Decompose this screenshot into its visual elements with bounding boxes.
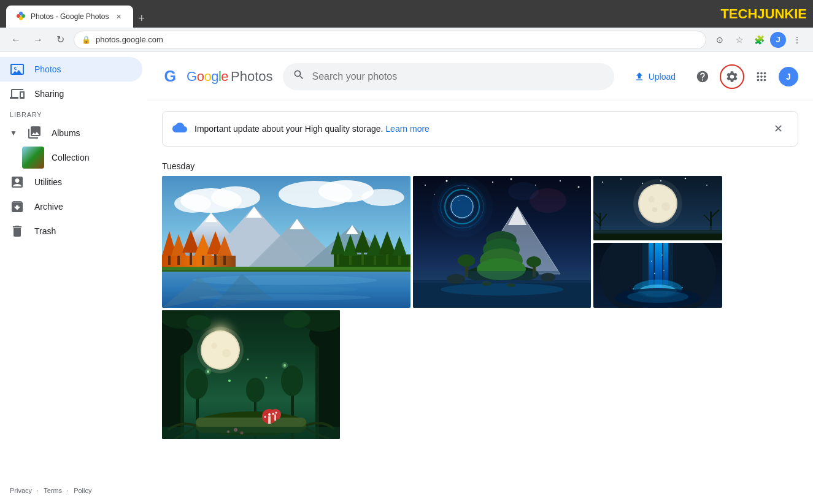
sidebar-footer: Privacy · Terms · Policy [0, 482, 147, 499]
refresh-button[interactable]: ↻ [52, 31, 69, 48]
user-avatar[interactable]: J [779, 67, 798, 86]
library-section-label: LIBRARY [0, 106, 147, 121]
svg-point-95 [602, 181, 603, 183]
svg-point-129 [633, 288, 634, 289]
photo-item-3[interactable] [593, 176, 722, 240]
svg-rect-115 [593, 226, 722, 234]
svg-point-179 [205, 368, 211, 375]
top-bar-actions: Upload J [624, 64, 798, 89]
policy-link[interactable]: Policy [74, 487, 91, 494]
active-tab[interactable]: Photos - Google Photos ✕ [6, 6, 133, 28]
photos-label: Photos [231, 69, 273, 85]
svg-point-9 [174, 194, 211, 213]
sidebar-archive-label: Archive [34, 202, 63, 212]
svg-point-176 [247, 359, 249, 361]
cloud-icon [172, 120, 187, 138]
svg-point-84 [526, 256, 541, 267]
svg-point-178 [228, 380, 231, 382]
svg-point-106 [633, 179, 682, 228]
extensions-button[interactable]: 🧩 [750, 31, 768, 48]
svg-rect-181 [162, 427, 340, 439]
svg-point-86 [441, 283, 563, 296]
sidebar-collection-label: Collection [52, 153, 89, 162]
address-bar[interactable]: 🔒 photos.google.com [74, 31, 706, 49]
sidebar-item-utilities[interactable]: Utilities [0, 170, 142, 194]
svg-point-136 [663, 270, 665, 271]
cast-button[interactable]: ⊙ [711, 31, 728, 48]
footer-dot-2: · [67, 487, 69, 494]
svg-point-143 [222, 349, 231, 357]
svg-point-99 [685, 178, 687, 180]
svg-point-59 [492, 181, 493, 183]
main-content: G Google Photos [147, 52, 813, 504]
app-layout: Photos Sharing LIBRARY ▼ Albums [0, 52, 813, 504]
apps-button[interactable] [749, 64, 774, 89]
photo-item-1[interactable] [162, 176, 410, 308]
svg-point-100 [706, 185, 707, 186]
photo-item-4[interactable] [593, 243, 722, 308]
lock-icon: 🔒 [82, 36, 91, 44]
new-tab-button[interactable]: + [133, 10, 150, 28]
banner-learn-more-link[interactable]: Learn more [385, 124, 430, 134]
photo-row-1 [162, 176, 798, 308]
tab-close-button[interactable]: ✕ [114, 12, 123, 21]
sidebar-trash-label: Trash [34, 226, 56, 236]
notification-banner: Important update about your High quality… [162, 111, 798, 147]
svg-point-141 [202, 332, 239, 368]
search-icon [293, 69, 305, 84]
svg-point-130 [682, 287, 683, 288]
sidebar-item-albums[interactable]: ▼ Albums [0, 121, 142, 145]
sidebar-item-sharing[interactable]: Sharing [0, 82, 142, 106]
utilities-icon [10, 175, 25, 189]
upload-label: Upload [649, 72, 676, 82]
forward-button[interactable]: → [29, 31, 47, 48]
top-bar: G Google Photos [147, 52, 813, 101]
banner-close-button[interactable]: ✕ [768, 119, 788, 139]
svg-point-56 [425, 185, 426, 186]
svg-point-153 [283, 311, 310, 328]
svg-text:G: G [164, 67, 177, 85]
nav-user-avatar[interactable]: J [770, 32, 786, 48]
svg-point-168 [264, 416, 266, 418]
sidebar-utilities-label: Utilities [34, 177, 62, 187]
svg-point-63 [578, 186, 580, 188]
svg-point-159 [281, 365, 303, 396]
privacy-link[interactable]: Privacy [10, 487, 32, 494]
photo-item-5[interactable] [162, 310, 340, 439]
svg-point-167 [268, 413, 271, 416]
svg-point-8 [211, 186, 260, 208]
search-bar[interactable] [283, 63, 614, 90]
back-button[interactable]: ← [7, 31, 25, 48]
sidebar-item-archive[interactable]: Archive [0, 194, 142, 219]
browser-tabs: Photos - Google Photos ✕ + [6, 0, 150, 28]
search-input[interactable] [312, 71, 604, 82]
sidebar-sharing-label: Sharing [34, 89, 64, 99]
svg-rect-54 [162, 270, 410, 272]
tab-favicon [16, 11, 26, 23]
bookmark-button[interactable]: ☆ [731, 31, 748, 48]
photo-row-2 [162, 310, 798, 439]
archive-icon [10, 199, 25, 214]
help-button[interactable] [690, 64, 715, 89]
settings-button[interactable] [720, 64, 744, 89]
upload-button[interactable]: Upload [624, 66, 685, 87]
svg-point-62 [560, 180, 561, 181]
sidebar-item-trash[interactable]: Trash [0, 219, 142, 243]
sidebar-item-collection[interactable]: Collection [0, 145, 142, 170]
techjunkie-logo: TECHJUNKIE [720, 6, 807, 22]
svg-point-97 [642, 183, 643, 184]
svg-point-3 [19, 17, 23, 20]
svg-point-2 [19, 12, 23, 15]
tab-title: Photos - Google Photos [31, 12, 109, 21]
menu-button[interactable]: ⋮ [788, 31, 806, 48]
photo-item-2[interactable] [413, 176, 591, 308]
sidebar-item-photos[interactable]: Photos [0, 57, 142, 82]
google-g-logo: G [162, 66, 184, 88]
svg-point-93 [508, 182, 539, 200]
photo-svg-3 [593, 176, 722, 240]
sharing-icon [10, 86, 25, 101]
svg-point-152 [187, 315, 211, 330]
svg-point-132 [627, 291, 688, 303]
svg-point-142 [211, 343, 217, 349]
terms-link[interactable]: Terms [44, 487, 62, 494]
